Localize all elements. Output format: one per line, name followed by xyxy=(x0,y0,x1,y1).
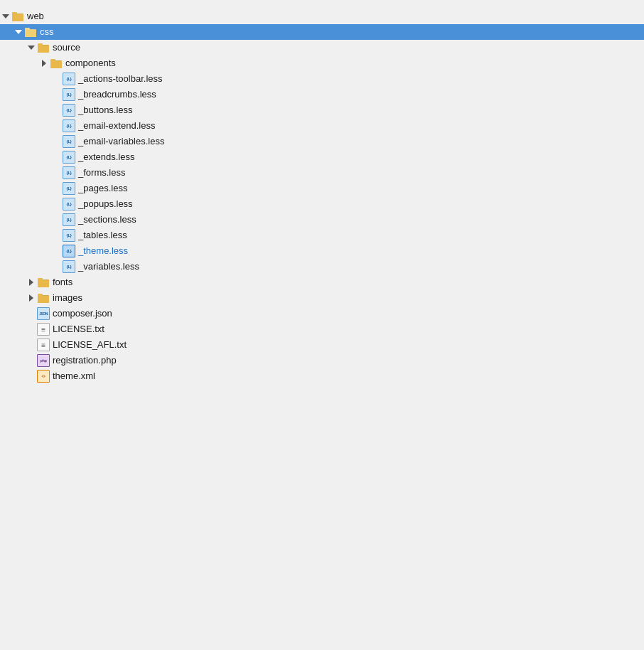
tree-item-forms[interactable]: {L}_forms.less xyxy=(0,165,644,181)
tree-item-breadcrumbs[interactable]: {L}_breadcrumbs.less xyxy=(0,87,644,102)
less-file-icon: {L} xyxy=(63,198,75,211)
tree-item-license-txt[interactable]: ≡LICENSE.txt xyxy=(0,321,644,337)
item-label-extends: _extends.less xyxy=(78,149,135,165)
item-label-breadcrumbs: _breadcrumbs.less xyxy=(78,87,156,102)
xml-file-icon: <> xyxy=(37,370,50,383)
item-label-license-txt: LICENSE.txt xyxy=(53,321,104,337)
expand-arrow-right[interactable] xyxy=(26,292,37,304)
item-label-images: images xyxy=(53,290,82,306)
item-label-email-extend: _email-extend.less xyxy=(78,118,155,134)
item-label-email-variables: _email-variables.less xyxy=(78,134,164,149)
less-file-icon: {L} xyxy=(63,151,75,164)
file-tree: webcsssourcecomponents{L}_actions-toolba… xyxy=(0,6,644,387)
item-label-composer-json: composer.json xyxy=(53,306,112,321)
json-file-icon: JSON xyxy=(37,307,50,320)
php-file-icon: php xyxy=(37,354,50,367)
item-label-variables: _variables.less xyxy=(78,259,139,275)
less-file-icon: {L} xyxy=(63,260,75,273)
svg-rect-5 xyxy=(25,30,36,37)
expand-arrow-right[interactable] xyxy=(26,277,37,288)
item-label-css: css xyxy=(40,24,54,40)
svg-rect-2 xyxy=(12,14,23,21)
less-file-icon: {L} xyxy=(63,166,75,179)
less-file-icon: {L} xyxy=(63,135,75,148)
tree-item-registration-php[interactable]: phpregistration.php xyxy=(0,353,644,368)
item-label-license-afl-txt: LICENSE_AFL.txt xyxy=(53,337,127,353)
folder-icon xyxy=(24,26,37,38)
folder-icon xyxy=(37,42,50,53)
item-label-web: web xyxy=(27,9,44,24)
item-label-components: components xyxy=(65,55,116,71)
item-label-source: source xyxy=(53,40,80,55)
less-file-icon: {L} xyxy=(63,213,75,226)
item-label-registration-php: registration.php xyxy=(53,353,117,368)
item-label-forms: _forms.less xyxy=(78,165,125,181)
tree-item-theme-less[interactable]: {L}_theme.less xyxy=(0,243,644,259)
svg-rect-11 xyxy=(50,61,62,68)
expand-arrow-down[interactable] xyxy=(26,42,37,53)
expand-arrow-down[interactable] xyxy=(13,26,24,38)
folder-icon xyxy=(37,292,50,304)
folder-icon xyxy=(50,58,63,69)
less-file-icon: {L} xyxy=(63,182,75,195)
svg-rect-8 xyxy=(38,46,49,53)
tree-item-buttons[interactable]: {L}_buttons.less xyxy=(0,102,644,118)
tree-item-web[interactable]: web xyxy=(0,9,644,24)
svg-rect-14 xyxy=(38,280,49,287)
item-label-theme-xml: theme.xml xyxy=(53,368,95,384)
item-label-buttons: _buttons.less xyxy=(78,102,133,118)
less-file-icon: {L} xyxy=(63,119,75,132)
item-label-sections: _sections.less xyxy=(78,212,136,228)
tree-item-actions-toolbar[interactable]: {L}_actions-toolbar.less xyxy=(0,71,644,87)
less-file-icon: {L} xyxy=(63,104,75,117)
item-label-fonts: fonts xyxy=(53,275,73,290)
tree-item-images[interactable]: images xyxy=(0,290,644,306)
tree-item-pages[interactable]: {L}_pages.less xyxy=(0,181,644,196)
less-file-icon: {L} xyxy=(63,88,75,101)
txt-file-icon: ≡ xyxy=(37,339,50,351)
tree-item-css[interactable]: css xyxy=(0,24,644,40)
tree-item-theme-xml[interactable]: <>theme.xml xyxy=(0,368,644,384)
item-label-actions-toolbar: _actions-toolbar.less xyxy=(78,71,163,87)
tree-item-composer-json[interactable]: JSONcomposer.json xyxy=(0,306,644,321)
expand-arrow-right[interactable] xyxy=(38,58,50,69)
folder-icon xyxy=(11,11,24,22)
svg-rect-17 xyxy=(38,296,49,303)
tree-item-extends[interactable]: {L}_extends.less xyxy=(0,149,644,165)
folder-icon xyxy=(37,277,50,288)
tree-item-source[interactable]: source xyxy=(0,40,644,55)
txt-file-icon: ≡ xyxy=(37,323,50,336)
tree-item-components[interactable]: components xyxy=(0,55,644,71)
tree-item-email-extend[interactable]: {L}_email-extend.less xyxy=(0,118,644,134)
tree-item-email-variables[interactable]: {L}_email-variables.less xyxy=(0,134,644,149)
less-file-icon: {L} xyxy=(63,229,75,242)
less-file-icon: {L} xyxy=(63,73,75,85)
tree-item-fonts[interactable]: fonts xyxy=(0,275,644,290)
item-label-popups: _popups.less xyxy=(78,196,133,212)
item-label-theme-less: _theme.less xyxy=(78,243,128,259)
tree-item-license-afl-txt[interactable]: ≡LICENSE_AFL.txt xyxy=(0,337,644,353)
tree-item-tables[interactable]: {L}_tables.less xyxy=(0,228,644,243)
tree-item-sections[interactable]: {L}_sections.less xyxy=(0,212,644,228)
item-label-pages: _pages.less xyxy=(78,181,127,196)
item-label-tables: _tables.less xyxy=(78,228,127,243)
tree-item-variables[interactable]: {L}_variables.less xyxy=(0,259,644,275)
expand-arrow-down[interactable] xyxy=(0,11,11,22)
less-theme-file-icon: {L} xyxy=(63,245,75,257)
tree-item-popups[interactable]: {L}_popups.less xyxy=(0,196,644,212)
